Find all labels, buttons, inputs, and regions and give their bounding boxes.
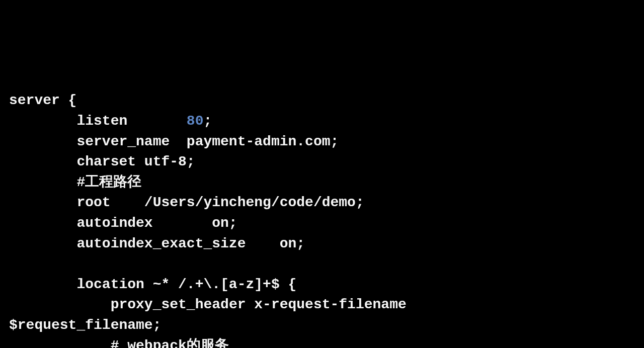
code-line: root /Users/yincheng/code/demo; (9, 193, 635, 213)
code-line: location ~* /.+\.[a-z]+$ { (9, 275, 635, 295)
code-token: server { (9, 93, 76, 108)
code-token: autoindex_exact_size on; (76, 236, 305, 251)
code-line: server_name payment-admin.com; (9, 132, 635, 152)
nginx-config-code: server { listen 80; server_name payment-… (9, 91, 635, 348)
code-token: #工程路径 (76, 175, 141, 190)
code-token: 80 (187, 113, 204, 129)
code-token: $request_filename; (9, 317, 161, 333)
code-line: $request_filename; (9, 315, 635, 336)
code-line: # webpack的服务 (9, 336, 635, 349)
code-token: ; (203, 113, 212, 129)
code-line: #工程路径 (9, 172, 635, 193)
code-token: proxy_set_header x-request-filename (111, 297, 407, 312)
code-token: server_name payment-admin.com; (76, 134, 339, 149)
code-token: autoindex on; (76, 215, 237, 231)
code-line: autoindex_exact_size on; (9, 234, 635, 254)
code-token: root /Users/yincheng/code/demo; (76, 195, 364, 210)
code-line: server { (9, 91, 635, 111)
code-token: # webpack的服务 (111, 338, 229, 349)
code-line: autoindex on; (9, 213, 635, 234)
code-line: proxy_set_header x-request-filename (9, 295, 635, 315)
code-token: charset utf-8; (76, 154, 195, 169)
code-line: charset utf-8; (9, 152, 635, 172)
code-line (9, 254, 635, 275)
code-token: location ~* /.+\.[a-z]+$ { (76, 277, 296, 292)
code-token: listen (76, 113, 186, 129)
code-line: listen 80; (9, 111, 635, 132)
